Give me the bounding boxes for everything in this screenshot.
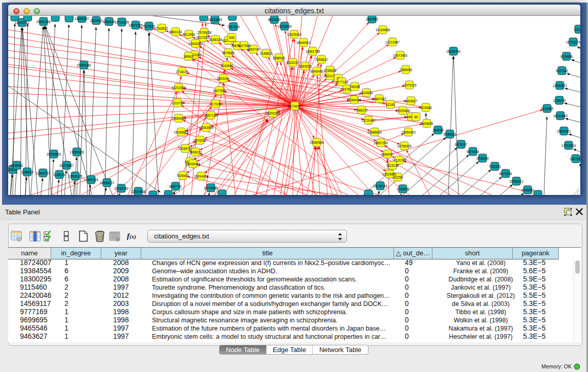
svg-text:10653287: 10653287 bbox=[75, 17, 90, 20]
svg-text:3498222: 3498222 bbox=[189, 150, 202, 154]
svg-text:10025438: 10025438 bbox=[396, 109, 410, 113]
svg-text:10654112: 10654112 bbox=[509, 180, 524, 183]
svg-text:6466160: 6466160 bbox=[103, 20, 116, 24]
svg-text:8427552: 8427552 bbox=[213, 89, 226, 93]
svg-text:12942737: 12942737 bbox=[36, 171, 51, 175]
svg-text:8938923: 8938923 bbox=[444, 133, 456, 136]
svg-text:20206526: 20206526 bbox=[47, 152, 61, 156]
svg-text:16961758: 16961758 bbox=[306, 50, 320, 53]
svg-text:15716485: 15716485 bbox=[204, 186, 219, 190]
svg-text:15751074: 15751074 bbox=[566, 40, 580, 44]
svg-text:18724007: 18724007 bbox=[288, 104, 302, 108]
svg-text:10046756: 10046756 bbox=[178, 147, 193, 150]
svg-text:19654923: 19654923 bbox=[171, 117, 186, 120]
svg-text:9227342: 9227342 bbox=[556, 69, 569, 73]
svg-text:7986372: 7986372 bbox=[355, 108, 368, 112]
svg-text:9463627: 9463627 bbox=[405, 99, 418, 103]
svg-text:17016504: 17016504 bbox=[561, 144, 576, 147]
svg-text:84: 84 bbox=[414, 115, 418, 119]
svg-text:18640910: 18640910 bbox=[296, 41, 311, 45]
svg-text:13325419: 13325419 bbox=[287, 33, 302, 36]
svg-text:1167533: 1167533 bbox=[570, 157, 580, 161]
svg-text:8471676: 8471676 bbox=[499, 172, 512, 176]
svg-text:9857791: 9857791 bbox=[169, 185, 182, 188]
svg-text:18807249: 18807249 bbox=[374, 141, 388, 145]
svg-text:3267130: 3267130 bbox=[205, 114, 217, 117]
svg-text:18300295: 18300295 bbox=[266, 112, 280, 115]
svg-text:9242848: 9242848 bbox=[221, 64, 233, 68]
svg-text:20053340: 20053340 bbox=[77, 63, 92, 67]
svg-text:9699695: 9699695 bbox=[421, 122, 433, 125]
svg-text:1145194: 1145194 bbox=[53, 173, 66, 177]
svg-text:12353594: 12353594 bbox=[199, 126, 214, 129]
svg-text:17957225: 17957225 bbox=[84, 178, 99, 182]
svg-text:16782759: 16782759 bbox=[114, 187, 129, 190]
svg-text:9129966: 9129966 bbox=[560, 55, 573, 58]
svg-text:19756928: 19756928 bbox=[397, 144, 412, 148]
svg-text:8878332: 8878332 bbox=[194, 139, 207, 142]
svg-text:1362625: 1362625 bbox=[299, 64, 312, 68]
svg-text:16648784: 16648784 bbox=[446, 50, 461, 53]
svg-text:2718176: 2718176 bbox=[176, 70, 189, 74]
svg-text:62160: 62160 bbox=[386, 103, 395, 106]
svg-text:19218506: 19218506 bbox=[277, 25, 292, 28]
svg-text:7163822: 7163822 bbox=[156, 27, 168, 30]
svg-text:1588520: 1588520 bbox=[273, 56, 286, 60]
svg-text:7632621: 7632621 bbox=[489, 165, 502, 168]
svg-text:10719155: 10719155 bbox=[115, 20, 129, 24]
svg-text:9327503: 9327503 bbox=[197, 36, 209, 39]
svg-text:8912954: 8912954 bbox=[183, 33, 195, 36]
svg-text:2935114: 2935114 bbox=[476, 157, 489, 160]
svg-text:2987682: 2987682 bbox=[366, 17, 379, 21]
svg-text:1733426: 1733426 bbox=[397, 187, 409, 191]
svg-text:1244419: 1244419 bbox=[553, 99, 566, 102]
svg-text:6794028: 6794028 bbox=[324, 69, 337, 72]
svg-text:8322037: 8322037 bbox=[287, 61, 299, 64]
svg-text:10973493: 10973493 bbox=[393, 54, 408, 57]
svg-text:14136141: 14136141 bbox=[373, 184, 388, 188]
svg-text:9115460: 9115460 bbox=[420, 106, 432, 110]
svg-text:7515526: 7515526 bbox=[143, 25, 156, 28]
svg-text:8813054: 8813054 bbox=[268, 18, 281, 21]
svg-text:10975887: 10975887 bbox=[59, 164, 74, 167]
svg-text:7625402: 7625402 bbox=[177, 174, 189, 178]
svg-text:98961: 98961 bbox=[184, 55, 193, 58]
svg-text:20691406: 20691406 bbox=[36, 20, 51, 24]
svg-text:12213967: 12213967 bbox=[385, 40, 400, 44]
svg-text:16914479: 16914479 bbox=[194, 174, 209, 178]
svg-text:1615132: 1615132 bbox=[386, 164, 399, 167]
svg-text:13524851: 13524851 bbox=[382, 172, 397, 176]
svg-text:746266: 746266 bbox=[349, 85, 360, 89]
svg-text:164095: 164095 bbox=[432, 128, 444, 132]
svg-text:9474444: 9474444 bbox=[467, 150, 480, 154]
svg-text:10671355: 10671355 bbox=[128, 24, 143, 27]
svg-text:1156819: 1156819 bbox=[21, 170, 34, 174]
svg-text:12093872: 12093872 bbox=[553, 84, 568, 87]
svg-text:8454749: 8454749 bbox=[247, 48, 260, 51]
svg-text:7485063: 7485063 bbox=[400, 68, 412, 72]
svg-text:3875685: 3875685 bbox=[222, 51, 235, 55]
svg-text:6479197: 6479197 bbox=[455, 143, 468, 146]
svg-text:12213369: 12213369 bbox=[171, 86, 186, 90]
svg-text:15720407: 15720407 bbox=[361, 119, 376, 122]
svg-text:417006: 417006 bbox=[210, 102, 221, 106]
svg-text:9684067: 9684067 bbox=[381, 152, 394, 156]
svg-text:3624554: 3624554 bbox=[360, 91, 373, 95]
svg-text:7955812: 7955812 bbox=[315, 58, 328, 61]
svg-text:10688609: 10688609 bbox=[367, 130, 382, 134]
svg-text:3215955: 3215955 bbox=[541, 107, 554, 111]
svg-text:9777169: 9777169 bbox=[336, 80, 349, 84]
svg-text:10958107: 10958107 bbox=[100, 181, 115, 185]
svg-text:15692971: 15692971 bbox=[557, 129, 572, 133]
svg-text:17359928: 17359928 bbox=[70, 150, 84, 154]
svg-text:10543382: 10543382 bbox=[188, 42, 203, 46]
svg-text:10154838: 10154838 bbox=[376, 28, 390, 32]
svg-text:14055712: 14055712 bbox=[15, 21, 30, 25]
svg-text:19166825: 19166825 bbox=[174, 130, 189, 134]
svg-text:16210643: 16210643 bbox=[553, 114, 568, 118]
svg-text:1435061: 1435061 bbox=[11, 164, 24, 167]
svg-text:12923468: 12923468 bbox=[131, 190, 146, 193]
svg-text:19654923: 19654923 bbox=[401, 130, 416, 134]
svg-text:19384554: 19384554 bbox=[310, 141, 324, 144]
svg-text:12505135: 12505135 bbox=[68, 174, 83, 178]
